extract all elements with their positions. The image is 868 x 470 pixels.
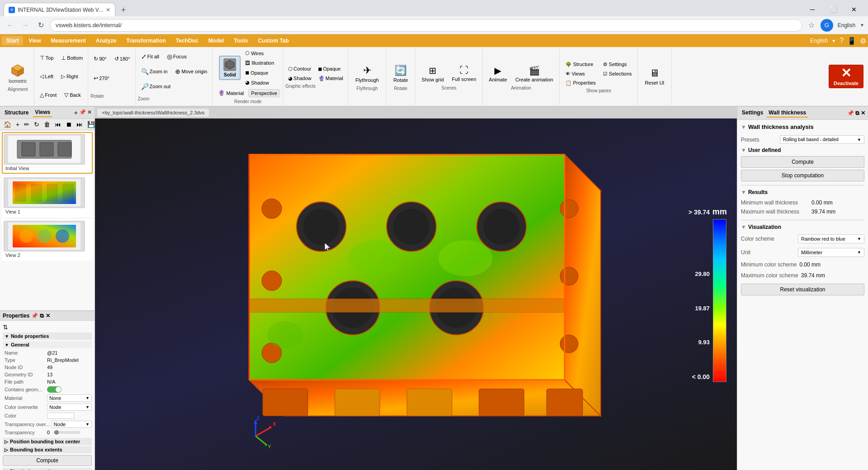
new-tab-button[interactable]: +: [117, 4, 130, 16]
menu-start[interactable]: Start: [2, 36, 23, 45]
zoom-in-button[interactable]: 🔍Zoom in: [138, 66, 171, 76]
view-item-1[interactable]: View 1: [2, 176, 93, 217]
menu-tools[interactable]: Tools: [229, 36, 252, 45]
illustration-button[interactable]: 🖼Illustration: [242, 59, 277, 67]
file-tab[interactable]: +by_topic\wall-thickness\Wallthickness_2…: [97, 108, 209, 117]
transparency-slider[interactable]: [53, 431, 81, 434]
create-animation-button[interactable]: 🎬 Create animation: [512, 63, 556, 85]
show-grid-button[interactable]: ⊞ Show grid: [418, 63, 447, 85]
right-settings-tab[interactable]: Settings: [740, 109, 765, 118]
bottom-button[interactable]: ⊥Bottom: [58, 53, 86, 62]
rot180-button[interactable]: ↺180°: [111, 54, 133, 63]
animate-button[interactable]: ▶ Animate: [486, 63, 510, 85]
isometric-button[interactable]: Isometric: [5, 61, 31, 86]
phone-icon[interactable]: 📱: [847, 37, 856, 45]
menu-measurement[interactable]: Measurement: [46, 36, 90, 45]
focus-button[interactable]: ◎Focus: [164, 52, 190, 62]
address-bar[interactable]: vsweb.kisters.de/internal/: [50, 19, 802, 32]
graphic-shadow-button[interactable]: ◕Shadow: [285, 74, 314, 83]
minimize-button[interactable]: ─: [802, 3, 823, 16]
close-button[interactable]: ✕: [844, 3, 864, 16]
forward-nav-button[interactable]: →: [19, 19, 32, 32]
graphic-material-button[interactable]: 🔮Material: [316, 74, 346, 83]
contour-button[interactable]: ⬡Contour: [285, 65, 314, 73]
bookmark-button[interactable]: ☆: [805, 19, 818, 32]
view-add-icon[interactable]: +: [14, 120, 21, 129]
zoom-out-button[interactable]: 🔎Zoom out: [138, 81, 174, 91]
color-scheme-dropdown[interactable]: Rainbow red to blue ▼: [798, 234, 864, 243]
top-button[interactable]: ⊤Top: [37, 53, 57, 62]
menu-model[interactable]: Model: [204, 36, 228, 45]
left-button[interactable]: ◁Left: [37, 72, 57, 81]
views-pane-button[interactable]: 👁Views: [563, 70, 598, 78]
profile-button[interactable]: G: [821, 19, 833, 32]
presets-dropdown[interactable]: Rolling ball based - detailed ▼: [780, 135, 864, 144]
front-button[interactable]: △Front: [37, 90, 60, 100]
views-pin-icon[interactable]: 📌: [79, 109, 86, 116]
viz-collapse-icon[interactable]: ▼: [741, 224, 746, 230]
right-panel-float-icon[interactable]: ⧉: [855, 110, 859, 116]
structure-pane-button[interactable]: 🌳Structure: [563, 60, 598, 69]
properties-pane-button[interactable]: 📋Properties: [563, 79, 598, 87]
reset-visualization-button[interactable]: Reset visualization: [741, 284, 864, 295]
views-add-icon[interactable]: +: [74, 109, 78, 116]
full-screen-button[interactable]: ⛶ Full screen: [449, 63, 479, 85]
selections-pane-button[interactable]: ☑Selections: [600, 70, 635, 78]
rotate-scene-button[interactable]: 🔄 Rotate: [389, 62, 412, 85]
reload-button[interactable]: ↻: [34, 19, 47, 32]
language-selector[interactable]: English: [836, 22, 857, 28]
compute-button[interactable]: Compute: [741, 156, 864, 168]
solid-button[interactable]: Solid: [219, 56, 241, 80]
props-compute-button[interactable]: Compute: [3, 455, 92, 466]
view-prev-icon[interactable]: ⏮: [53, 120, 63, 129]
props-float-icon[interactable]: ⧉: [40, 313, 44, 319]
props-sort-icon[interactable]: ⇅: [3, 323, 8, 331]
back-nav-button[interactable]: ←: [4, 19, 16, 32]
node-props-collapse-icon[interactable]: ▼: [5, 334, 9, 339]
settings-pane-button[interactable]: ⚙Settings: [600, 60, 635, 69]
view-delete-icon[interactable]: 🗑: [42, 120, 52, 129]
flythrough-button[interactable]: ✈ Flythrough: [351, 62, 383, 85]
right-panel-pin-icon[interactable]: 📌: [847, 110, 854, 116]
material-button[interactable]: 🔮Material: [216, 89, 247, 97]
reset-ui-button[interactable]: 🖥 Reset UI: [641, 65, 669, 88]
back-button[interactable]: ▽Back: [61, 90, 84, 100]
shadow-button[interactable]: ◕Shadow: [242, 78, 277, 87]
structure-tab[interactable]: Structure: [3, 109, 30, 117]
fit-all-button[interactable]: ⤢Fit all: [138, 52, 162, 62]
help-icon[interactable]: ?: [840, 37, 844, 45]
tab-close-icon[interactable]: ✕: [106, 7, 110, 13]
color-overwrite-dropdown[interactable]: Node ▼: [47, 404, 92, 411]
view-stop-icon[interactable]: ⏹: [64, 120, 74, 129]
view-home-icon[interactable]: 🏠: [2, 120, 13, 129]
menu-analyze[interactable]: Analyze: [91, 36, 121, 45]
material-dropdown[interactable]: None ▼: [47, 394, 92, 402]
position-bb-collapse-icon[interactable]: ▷: [5, 439, 8, 444]
menu-transformation[interactable]: Transformation: [122, 36, 170, 45]
menu-custom-tab[interactable]: Custom Tab: [253, 36, 293, 45]
maximize-button[interactable]: ⬜: [823, 3, 844, 16]
wires-button[interactable]: ⬡Wires: [242, 49, 277, 57]
menu-techdoc[interactable]: TechDoc: [171, 36, 203, 45]
view-export-icon[interactable]: 💾: [85, 120, 95, 129]
unit-dropdown[interactable]: Millimeter ▼: [798, 248, 864, 257]
lang-dropdown-icon[interactable]: ▼: [860, 23, 864, 28]
props-pin-icon[interactable]: 📌: [31, 313, 38, 319]
bb-extents-collapse-icon[interactable]: ▷: [5, 447, 8, 452]
contains-geo-toggle[interactable]: [47, 386, 62, 393]
transparency-over-dropdown[interactable]: Node ▼: [52, 421, 92, 428]
analysis-collapse-icon[interactable]: ▼: [741, 124, 746, 130]
results-collapse-icon[interactable]: ▼: [741, 189, 746, 195]
right-wall-thickness-tab[interactable]: Wall thickness: [767, 109, 808, 118]
deactivate-button[interactable]: ✕ Deactivate: [829, 65, 863, 88]
browser-tab[interactable]: V INTERNAL 3DViewStation Web V... ✕: [4, 3, 115, 16]
views-close-icon[interactable]: ✕: [87, 109, 92, 116]
stop-computation-button[interactable]: Stop computation: [741, 170, 864, 181]
user-defined-collapse-icon[interactable]: ▼: [741, 147, 746, 153]
graphic-opaque-button[interactable]: ◼Opaque: [315, 65, 343, 73]
menu-view[interactable]: View: [24, 36, 45, 45]
general-collapse-icon[interactable]: ▼: [5, 342, 9, 347]
views-tab[interactable]: Views: [33, 108, 52, 117]
view-item-2[interactable]: View 2: [2, 219, 93, 261]
move-origin-button[interactable]: ⊕Move origin: [172, 66, 210, 76]
